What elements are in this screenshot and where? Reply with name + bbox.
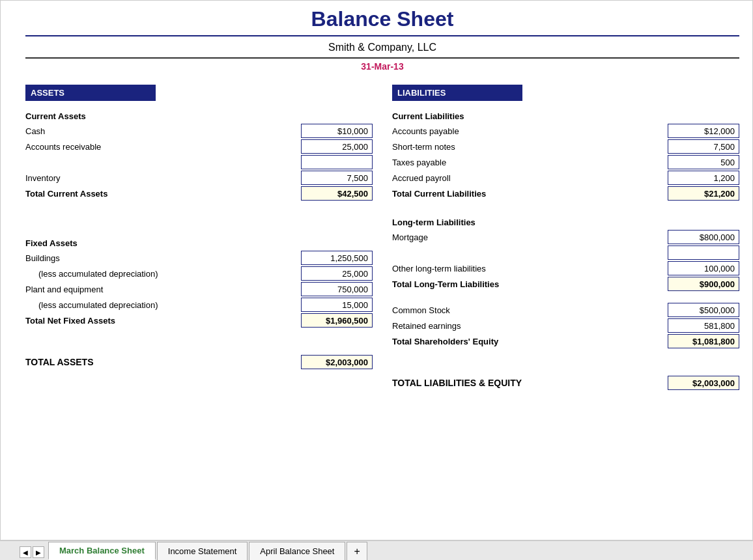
- row-label: Accounts receivable: [25, 142, 301, 152]
- value-box: 25,000: [301, 139, 373, 154]
- equity-total-row: Total Shareholders' Equity $1,081,800: [392, 334, 739, 348]
- current-liabilities-total-value: $21,200: [668, 186, 739, 201]
- total-assets-label: TOTAL ASSETS: [25, 357, 94, 367]
- row-label: Short-term notes: [392, 142, 668, 152]
- tab-add-button[interactable]: +: [347, 542, 367, 560]
- current-liabilities-total-row: Total Current Liabilities $21,200: [392, 186, 739, 201]
- spacer: [392, 202, 739, 212]
- long-term-liabilities-total-value: $900,000: [668, 277, 739, 291]
- company-name: Smith & Company, LLC: [25, 42, 739, 59]
- assets-header: ASSETS: [25, 85, 156, 101]
- tab-bar: ◀ ▶ March Balance Sheet Income Statement…: [0, 540, 753, 560]
- row-label: Accrued payroll: [392, 173, 668, 183]
- value-box: 750,000: [301, 282, 373, 296]
- value-box-empty: [668, 245, 739, 260]
- row-label: Taxes payable: [392, 158, 668, 167]
- current-liabilities-title: Current Liabilities: [392, 111, 739, 121]
- assets-column: ASSETS Current Assets Cash $10,000 Accou…: [25, 85, 373, 390]
- spacer: [25, 339, 373, 350]
- table-row: Short-term notes 7,500: [392, 139, 739, 154]
- total-liabilities-value: $2,003,000: [668, 376, 739, 390]
- current-liabilities-total-label: Total Current Liabilities: [392, 189, 668, 199]
- spacer: [25, 223, 373, 233]
- spreadsheet: Balance Sheet Smith & Company, LLC 31-Ma…: [0, 0, 753, 540]
- value-box: 15,000: [301, 298, 373, 312]
- row-label: Cash: [25, 126, 301, 136]
- equity-section: Common Stock $500,000 Retained earnings …: [392, 303, 739, 348]
- value-box: 7,500: [668, 139, 739, 154]
- table-row: Accrued payroll 1,200: [392, 171, 739, 185]
- row-label: Accounts payable: [392, 126, 668, 136]
- table-row: Plant and equipment 750,000: [25, 282, 373, 296]
- tab-income-statement[interactable]: Income Statement: [157, 542, 248, 560]
- current-assets-section: Current Assets Cash $10,000 Accounts rec…: [25, 111, 373, 201]
- current-assets-total-label: Total Current Assets: [25, 189, 301, 199]
- table-row: Cash $10,000: [25, 124, 373, 138]
- table-row: Mortgage $800,000: [392, 230, 739, 244]
- table-row: [392, 245, 739, 260]
- page-title: Balance Sheet: [25, 7, 739, 36]
- table-row: Taxes payable 500: [392, 155, 739, 169]
- total-assets-row: TOTAL ASSETS $2,003,000: [25, 355, 373, 369]
- fixed-assets-total-row: Total Net Fixed Assets $1,960,500: [25, 313, 373, 328]
- table-row: Accounts receivable 25,000: [25, 139, 373, 154]
- equity-total-value: $1,081,800: [668, 334, 739, 348]
- report-date: 31-Mar-13: [25, 61, 739, 72]
- fixed-assets-total-value: $1,960,500: [301, 313, 373, 328]
- spacer: [25, 329, 373, 339]
- row-label: Plant and equipment: [25, 285, 301, 294]
- table-row: Common Stock $500,000: [392, 303, 739, 317]
- row-label: (less accumulated depreciation): [25, 300, 301, 310]
- tab-march-balance-sheet[interactable]: March Balance Sheet: [48, 542, 156, 560]
- value-box: $12,000: [668, 124, 739, 138]
- row-label: Common Stock: [392, 305, 668, 315]
- spacer: [392, 350, 739, 360]
- spacer: [25, 202, 373, 212]
- value-box: 1,250,500: [301, 251, 373, 265]
- value-box-empty: [301, 155, 373, 169]
- value-box: $500,000: [668, 303, 739, 317]
- total-liabilities-row: TOTAL LIABILITIES & EQUITY $2,003,000: [392, 376, 739, 390]
- spacer: [25, 212, 373, 223]
- spacer: [392, 292, 739, 303]
- long-term-liabilities-total-label: Total Long-Term Liabilities: [392, 279, 668, 289]
- value-box: 100,000: [668, 261, 739, 275]
- table-row: [25, 155, 373, 169]
- spacer: [392, 360, 739, 371]
- main-content: Balance Sheet Smith & Company, LLC 31-Ma…: [12, 1, 752, 540]
- table-row: (less accumulated depreciation) 15,000: [25, 298, 373, 312]
- table-row: Retained earnings 581,800: [392, 318, 739, 333]
- row-label: (less accumulated depreciation): [25, 269, 301, 279]
- tab-nav-area: ◀ ▶: [20, 546, 46, 558]
- liabilities-column: LIABILITIES Current Liabilities Accounts…: [392, 85, 739, 390]
- row-label: Mortgage: [392, 232, 668, 242]
- current-assets-total-row: Total Current Assets $42,500: [25, 186, 373, 201]
- long-term-liabilities-title: Long-term Liabilities: [392, 217, 739, 227]
- table-row: (less accumulated depreciation) 25,000: [25, 266, 373, 281]
- value-box: 7,500: [301, 171, 373, 185]
- tab-prev-button[interactable]: ◀: [20, 546, 31, 558]
- row-label: Retained earnings: [392, 321, 668, 331]
- table-row: Other long-term liabilities 100,000: [392, 261, 739, 275]
- current-assets-title: Current Assets: [25, 111, 373, 121]
- liabilities-header: LIABILITIES: [392, 85, 522, 101]
- value-box: 25,000: [301, 266, 373, 281]
- value-box: $800,000: [668, 230, 739, 244]
- row-label: Other long-term liabilities: [392, 264, 668, 273]
- row-label: Buildings: [25, 253, 301, 263]
- current-assets-total-value: $42,500: [301, 186, 373, 201]
- fixed-assets-title: Fixed Assets: [25, 238, 373, 248]
- table-row: Buildings 1,250,500: [25, 251, 373, 265]
- value-box: 500: [668, 155, 739, 169]
- tab-april-balance-sheet[interactable]: April Balance Sheet: [249, 542, 345, 560]
- total-assets-value: $2,003,000: [301, 355, 373, 369]
- total-liabilities-label: TOTAL LIABILITIES & EQUITY: [392, 378, 522, 388]
- table-row: Accounts payable $12,000: [392, 124, 739, 138]
- balance-sheet-body: ASSETS Current Assets Cash $10,000 Accou…: [25, 85, 739, 390]
- fixed-assets-total-label: Total Net Fixed Assets: [25, 316, 301, 326]
- value-box: 581,800: [668, 318, 739, 333]
- tab-next-button[interactable]: ▶: [33, 546, 44, 558]
- value-box: $10,000: [301, 124, 373, 138]
- table-row: Inventory 7,500: [25, 171, 373, 185]
- equity-total-label: Total Shareholders' Equity: [392, 337, 668, 346]
